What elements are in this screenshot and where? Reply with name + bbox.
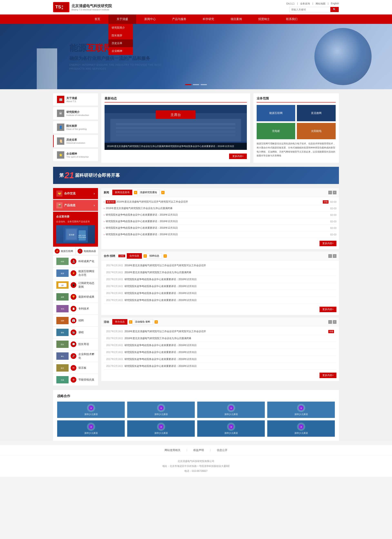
panel-nav-course[interactable]: 课程 📚 课程 — [53, 327, 98, 338]
biz-item-2[interactable]: 直流微网 — [297, 105, 336, 121]
brochure-img[interactable]: 宣传册 ADD YOUR TITLE HERE — [56, 225, 95, 244]
energy-link[interactable]: ⚡ 能源互联网 — [53, 247, 75, 255]
news-rss-2[interactable]: R — [161, 191, 165, 194]
partner-5[interactable]: 清 清华少儿英语 — [127, 420, 195, 437]
partner-6[interactable]: 清 清华少儿英语 — [197, 420, 265, 437]
activity-tab-btn-1[interactable]: 举办信息 — [112, 319, 127, 325]
coop-item-0[interactable]: 2017年2月16日 2016年度北京清盛电气研究院可以工作会议召开气研究院可以… — [104, 262, 336, 269]
partner-0[interactable]: 清 清华少儿英语 — [57, 402, 125, 418]
activity-item-0[interactable]: 2017年2月16日 2016年度北京清盛电气研究院可以工作会议召开气研究院可以… — [104, 328, 336, 335]
biz-item-3[interactable]: 充电桩 — [257, 123, 295, 139]
news-detail-badge[interactable]: 详细 — [323, 200, 329, 204]
nav-about[interactable]: 关于清盛 研究院简介 院长致辞 历史沿革 企业精神 — [108, 14, 136, 24]
panel-nav-research[interactable]: 科研 🔬 科研成果产化 — [53, 256, 98, 267]
router-link[interactable]: 🔌 电能路由器 — [76, 247, 98, 255]
activity-tab-more[interactable]: 更多内容+ — [319, 373, 336, 378]
sidebar-item-intro[interactable]: 🏛 研究院简介 Institute of introduction — [53, 107, 98, 120]
panel-nav-patent[interactable]: 专利 📋 专利技术 — [53, 303, 98, 314]
coop-rss-1[interactable]: R — [144, 254, 147, 258]
activity-tab-btn-2[interactable]: 活动报告·资料 — [132, 319, 153, 325]
coop-rss-2[interactable]: R — [164, 254, 167, 258]
nav-contact[interactable]: 联系我们 — [278, 14, 306, 24]
panel-nav-energy[interactable]: 能源 ⚡ 能源互联网综合示范 — [53, 267, 98, 279]
activity-ctrl-prev[interactable]: − — [328, 320, 332, 324]
panel-nav-sim[interactable]: 仿真 ⚙ 节能管线仿真 — [53, 374, 98, 385]
oa-link[interactable]: OA入口 — [286, 2, 295, 5]
footer-nav-item-2[interactable]: 权益声明 — [193, 448, 204, 452]
activity-rss-1[interactable]: R — [129, 320, 132, 324]
news-ctrl-next[interactable]: + — [333, 191, 336, 194]
dropdown-dean[interactable]: 院长致辞 — [108, 32, 133, 39]
dropdown-history[interactable]: 历史沿革 — [108, 39, 133, 47]
nav-home[interactable]: 首页 — [86, 14, 108, 24]
footer-nav-item-3[interactable]: 信息公开 — [217, 448, 227, 452]
sidebar-item-dean[interactable]: 👤 院长致辞 Dean of the greeting — [53, 121, 98, 133]
coop-tab-more[interactable]: 更多内容+ — [319, 307, 336, 312]
news-tab-btn-2[interactable]: 清盛研究院通知 — [137, 190, 160, 195]
nav-recruit[interactable]: 招贤纳士 — [250, 14, 278, 24]
activity-item-3[interactable]: 2017年2月16日 研究院院长赵争鸣在院务会议中心发表重要讲话：2016年12… — [104, 349, 336, 356]
activity-item-1[interactable]: 2017年2月16日 2016年度北京清盛电气研究院院工作会议在九华山庄圆满闭幕 — [104, 335, 336, 342]
sidebar-item-about[interactable]: 🏢 关于清盛 About T.S — [53, 93, 98, 106]
panel-nav-dean-msg[interactable]: 院长 💬 院长寄语 — [53, 338, 98, 350]
nav-products[interactable]: 产品与服务 — [164, 14, 194, 24]
coop-ctrl-next[interactable]: + — [333, 254, 336, 258]
coop-item-2[interactable]: 2017年2月16日 研究院院长赵争鸣在院务会议中心发表重要讲话：2016年12… — [104, 276, 336, 283]
product-btn[interactable]: 📦 产品信息 › — [53, 200, 98, 211]
news-rss-1[interactable]: R — [134, 191, 137, 194]
panel-nav-results[interactable]: 成果 🏆 最新科研成果 — [53, 291, 98, 303]
coop-tab-btn-2[interactable]: 招聘信息 — [147, 253, 162, 259]
partner-4[interactable]: 清 清华少儿英语 — [57, 420, 125, 437]
panel-nav-recruit-2[interactable]: 招聘 👔 招聘 — [53, 315, 98, 326]
coop-item-4[interactable]: 2017年2月16日 研究院院长赵争鸣在院务会议中心发表重要讲话：2016年12… — [104, 290, 336, 297]
dropdown-intro[interactable]: 研究院简介 — [108, 24, 133, 32]
banner-dot-1[interactable] — [185, 84, 191, 85]
partner-3[interactable]: 清 清华少儿英语 — [267, 402, 335, 418]
partner-7[interactable]: 清 清华少儿英语 — [267, 420, 335, 437]
partner-1[interactable]: 清 清华少儿英语 — [127, 402, 195, 418]
news-item-3[interactable]: › 研究院院长赵争鸣在院务会议中心发表重要讲话：2016年12月31日 02-0… — [104, 218, 336, 225]
panel-nav-feedback[interactable]: 留言 ✉ 留言板 — [53, 362, 98, 374]
news-more-btn[interactable]: 更多内容> — [229, 154, 247, 159]
news-item-1[interactable]: › 2016年度北京清盛电气研究院院工作会议在九华山庄圆满闭幕 02-03 — [104, 205, 336, 212]
news-tab-more[interactable]: 更多内容+ — [319, 241, 336, 246]
sidebar-item-spirit[interactable]: ⭐ 企业精神 The spirit of enterprise — [53, 149, 98, 161]
panel-nav-incubate[interactable]: 孵化 🚀 企业和技术孵化 — [53, 350, 98, 362]
news-item-4[interactable]: › 研究院院长赵争鸣在院务会议中心发表重要讲话：2016年12月31日 02-0… — [104, 225, 336, 231]
coop-ctrl-prev[interactable]: − — [328, 254, 332, 258]
activity-rss-2[interactable]: R — [155, 320, 158, 324]
english-link[interactable]: English — [331, 2, 339, 5]
activity-ctrl-next[interactable]: + — [333, 320, 336, 324]
nav-research-img: 科研 — [56, 258, 69, 265]
coop-item-1[interactable]: 2017年2月16日 2016年度北京清盛电气研究院院工作会议在九华山庄圆满闭幕 — [104, 269, 336, 276]
news-item-0[interactable]: › 最新消息 2016年度北京清盛电气研究院可以召开气研究院可以工作会议召开 详… — [104, 199, 336, 205]
nav-projects[interactable]: 项目案例 — [222, 14, 250, 24]
activity-item-5[interactable]: 2017年2月16日 研究院院长赵争鸣在院务会议中心发表重要讲话：2016年12… — [104, 363, 336, 370]
footer-nav-item-1[interactable]: 网站使用相关 — [165, 448, 180, 452]
biz-item-4[interactable]: 太阳能电 — [297, 123, 336, 139]
coop-item-3[interactable]: 2017年2月16日 研究院院长赵争鸣在院务会议中心发表重要讲话：2016年12… — [104, 283, 336, 290]
nav-news[interactable]: 新闻中心 — [136, 14, 164, 24]
coop-btn[interactable]: 🤝 合作交流 › — [53, 188, 98, 199]
banner-dot-3[interactable] — [201, 84, 207, 85]
activity-item-4[interactable]: 2017年2月16日 研究院院长赵争鸣在院务会议中心发表重要讲话：2016年12… — [104, 356, 336, 363]
sitemap-link[interactable]: 网站地图 — [316, 2, 325, 5]
activity-detail-badge[interactable]: 详细 — [328, 330, 334, 333]
coop-tab-btn-1[interactable]: 合作信息 — [127, 253, 142, 259]
search-input[interactable] — [290, 7, 330, 12]
news-item-5[interactable]: › 研究院院长赵争鸣在院务会议中心发表重要讲话：2016年12月31日 02-0… — [104, 231, 336, 238]
nav-research[interactable]: 科学研究 — [194, 14, 222, 24]
news-item-2[interactable]: › 研究院院长赵争鸣在院务会议中心发表重要讲话：2016年12月31日 02-0… — [104, 212, 336, 218]
coop-item-5[interactable]: 2017年2月16日 研究院院长赵争鸣在院务会议中心发表重要讲话：2016年12… — [104, 297, 336, 304]
sidebar-item-history[interactable]: 📜 历史沿革 Historical evolution — [53, 135, 98, 147]
consulting-link[interactable]: 业务咨询 — [300, 2, 310, 5]
banner-dot-2[interactable] — [193, 84, 199, 85]
partner-2[interactable]: 清 清华少儿英语 — [197, 402, 265, 418]
news-ctrl-prev[interactable]: − — [328, 191, 332, 194]
news-tab-btn-1[interactable]: 新闻信息发布 — [112, 190, 132, 195]
panel-nav-subscribe[interactable]: QR 📱 订阅研究动态新闻 — [53, 279, 98, 291]
activity-item-2[interactable]: 2017年2月16日 研究院院长赵争鸣在院务会议中心发表重要讲话：2016年12… — [104, 342, 336, 349]
search-button[interactable]: 🔍 — [330, 7, 339, 12]
dropdown-spirit[interactable]: 企业精神 — [108, 47, 133, 55]
biz-item-1[interactable]: 能源互联网 — [257, 105, 295, 121]
